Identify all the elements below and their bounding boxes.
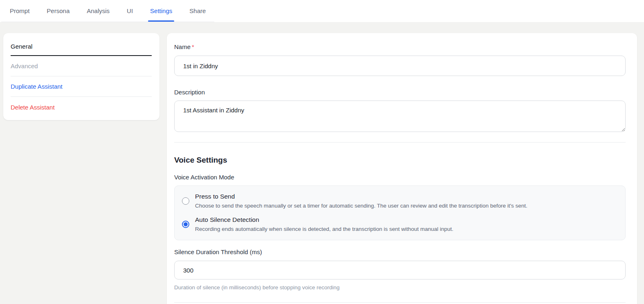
settings-sidebar: General Advanced Duplicate Assistant Del… xyxy=(3,33,159,120)
radio-unselected-icon[interactable] xyxy=(182,197,189,205)
general-settings-panel: Name* Description 1st Assistant in Ziddn… xyxy=(167,33,637,304)
voice-activation-mode-label: Voice Activation Mode xyxy=(174,174,626,181)
tab-share[interactable]: Share xyxy=(181,0,214,22)
option-auto-silence-detection[interactable]: Auto Silence Detection Recording ends au… xyxy=(182,216,618,232)
option-description: Recording ends automatically when silenc… xyxy=(195,226,453,232)
sidebar-item-delete-assistant[interactable]: Delete Assistant xyxy=(11,97,152,113)
tab-bar: Prompt Persona Analysis UI Settings Shar… xyxy=(0,0,644,22)
tab-prompt[interactable]: Prompt xyxy=(1,0,38,22)
settings-page: General Advanced Duplicate Assistant Del… xyxy=(0,22,644,304)
sidebar-item-duplicate-assistant[interactable]: Duplicate Assistant xyxy=(11,76,152,97)
tab-settings[interactable]: Settings xyxy=(141,0,181,22)
tab-persona[interactable]: Persona xyxy=(38,0,78,22)
description-label: Description xyxy=(174,89,626,96)
tab-ui[interactable]: UI xyxy=(118,0,141,22)
description-textarea[interactable]: 1st Assistant in Ziddny xyxy=(174,101,626,132)
option-text: Press to Send Choose to send the speech … xyxy=(195,193,527,209)
silence-threshold-input[interactable] xyxy=(174,261,626,279)
option-description: Choose to send the speech manually or se… xyxy=(195,203,527,209)
option-title: Press to Send xyxy=(195,193,527,200)
tabs: Prompt Persona Analysis UI Settings Shar… xyxy=(1,0,214,22)
required-asterisk: * xyxy=(192,43,194,50)
name-label-text: Name xyxy=(174,43,191,50)
sidebar-item-general[interactable]: General xyxy=(11,40,152,56)
silence-threshold-helper: Duration of silence (in milliseconds) be… xyxy=(174,284,626,291)
option-text: Auto Silence Detection Recording ends au… xyxy=(195,216,453,232)
voice-activation-options: Press to Send Choose to send the speech … xyxy=(174,186,626,240)
voice-settings-heading: Voice Settings xyxy=(174,156,626,165)
option-press-to-send[interactable]: Press to Send Choose to send the speech … xyxy=(182,193,618,209)
bottom-divider xyxy=(174,302,626,303)
option-title: Auto Silence Detection xyxy=(195,216,453,224)
section-divider xyxy=(174,142,626,143)
sidebar-item-advanced[interactable]: Advanced xyxy=(11,56,152,76)
name-label: Name* xyxy=(174,43,626,50)
radio-selected-icon[interactable] xyxy=(182,221,189,228)
tab-analysis[interactable]: Analysis xyxy=(78,0,118,22)
name-input[interactable] xyxy=(174,56,626,76)
silence-threshold-label: Silence Duration Threshold (ms) xyxy=(174,248,626,255)
